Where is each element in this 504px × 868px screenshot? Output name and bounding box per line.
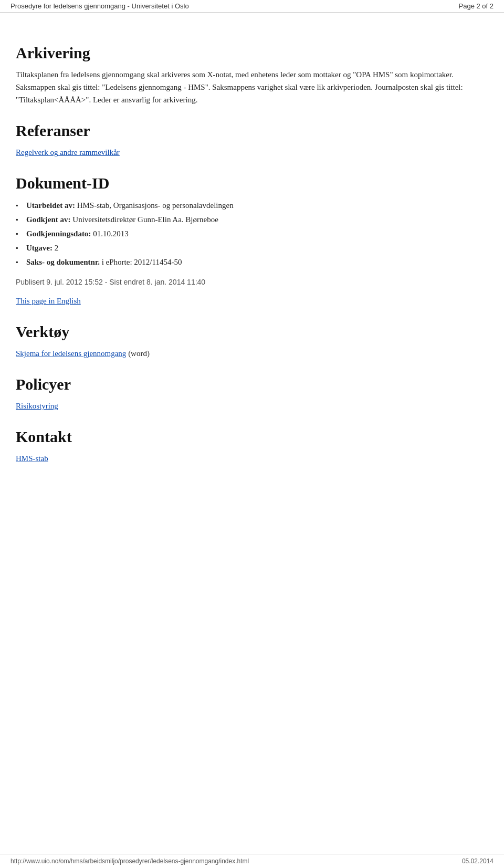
published-text: Publisert 9. jul. 2012 15:52 - Sist endr…	[16, 278, 488, 286]
list-item: Utarbeidet av: HMS-stab, Organisasjons- …	[16, 198, 488, 213]
header-bar: Prosedyre for ledelsens gjennomgang - Un…	[0, 0, 504, 13]
footer-url: http://www.uio.no/om/hms/arbeidsmiljo/pr…	[10, 857, 249, 865]
item-value-0: HMS-stab, Organisasjons- og personalavde…	[77, 201, 234, 210]
item-label-1: Godkjent av:	[26, 215, 71, 224]
kontakt-link-container: HMS-stab	[16, 452, 488, 465]
verktoy-heading: Verktøy	[16, 323, 488, 341]
policyer-link[interactable]: Risikostyring	[16, 402, 58, 410]
verktoy-link[interactable]: Skjema for ledelsens gjennomgang	[16, 349, 126, 358]
kontakt-link[interactable]: HMS-stab	[16, 454, 48, 463]
item-label-4: Saks- og dokumentnr.	[26, 258, 100, 266]
main-content: Arkivering Tiltaksplanen fra ledelsens g…	[0, 13, 504, 512]
footer-bar: http://www.uio.no/om/hms/arbeidsmiljo/pr…	[0, 854, 504, 868]
dokument-id-heading: Dokument-ID	[16, 174, 488, 192]
item-label-2: Godkjenningsdato:	[26, 229, 91, 238]
arkivering-body: Tiltaksplanen fra ledelsens gjennomgang …	[16, 68, 488, 106]
referanser-link-container: Regelverk og andre rammevilkår	[16, 146, 488, 159]
list-item: Utgave: 2	[16, 241, 488, 255]
english-link-container: This page in English	[16, 295, 488, 307]
list-item: Godkjent av: Universitetsdirektør Gunn-E…	[16, 213, 488, 227]
arkivering-heading: Arkivering	[16, 44, 488, 62]
footer-date: 05.02.2014	[462, 857, 494, 865]
item-label-0: Utarbeidet av:	[26, 201, 75, 210]
document-title: Prosedyre for ledelsens gjennomgang - Un…	[10, 2, 189, 10]
page-info: Page 2 of 2	[459, 2, 494, 10]
policyer-heading: Policyer	[16, 375, 488, 393]
item-value-4: i ePhorte: 2012/11454-50	[102, 258, 182, 266]
referanser-link[interactable]: Regelverk og andre rammevilkår	[16, 148, 120, 156]
kontakt-heading: Kontakt	[16, 428, 488, 446]
dokument-id-list: Utarbeidet av: HMS-stab, Organisasjons- …	[16, 198, 488, 269]
list-item: Saks- og dokumentnr. i ePhorte: 2012/114…	[16, 255, 488, 269]
verktoy-suffix: (word)	[126, 349, 150, 358]
verktoy-link-container: Skjema for ledelsens gjennomgang (word)	[16, 347, 488, 360]
policyer-link-container: Risikostyring	[16, 400, 488, 412]
english-link[interactable]: This page in English	[16, 297, 81, 305]
referanser-heading: Referanser	[16, 122, 488, 140]
item-value-1: Universitetsdirektør Gunn-Elin Aa. Bjørn…	[72, 215, 218, 224]
item-value-2: 01.10.2013	[93, 229, 129, 238]
list-item: Godkjenningsdato: 01.10.2013	[16, 227, 488, 241]
item-value-3: 2	[55, 244, 59, 252]
item-label-3: Utgave:	[26, 244, 52, 252]
